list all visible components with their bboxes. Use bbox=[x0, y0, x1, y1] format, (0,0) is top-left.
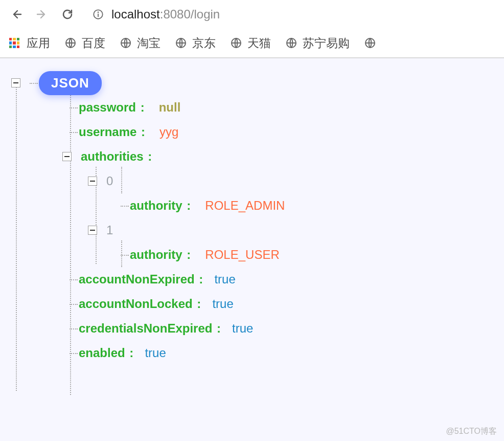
tree-connector bbox=[117, 193, 130, 218]
tree-connector bbox=[65, 95, 79, 120]
svg-rect-2 bbox=[98, 14, 99, 17]
tree-connector bbox=[65, 120, 79, 144]
arrow-left-icon bbox=[10, 8, 22, 20]
bookmark-taobao[interactable]: 淘宝 bbox=[120, 35, 161, 51]
globe-icon bbox=[285, 37, 297, 49]
tree-row-acc-non-locked: accountNonLocked : true bbox=[11, 292, 504, 316]
tree-root-row: JSON bbox=[11, 71, 504, 95]
json-key: password bbox=[79, 100, 136, 115]
json-value-string: ROLE_USER bbox=[193, 248, 279, 262]
json-value-bool: true bbox=[205, 272, 235, 286]
bookmark-tmall[interactable]: 天猫 bbox=[230, 35, 271, 51]
url-text: localhost:8080/login bbox=[111, 7, 220, 21]
collapse-toggle[interactable] bbox=[11, 78, 20, 87]
tree-connector bbox=[65, 341, 79, 365]
tree-connector bbox=[117, 242, 130, 267]
apps-label: 应用 bbox=[27, 35, 50, 51]
tree-row-auth-1-authority: authority : ROLE_USER bbox=[11, 242, 504, 267]
bookmark-jd[interactable]: 京东 bbox=[175, 35, 216, 51]
bookmark-more[interactable] bbox=[364, 37, 376, 49]
json-key: authority bbox=[130, 248, 182, 262]
tree-row-auth-1: 1 bbox=[11, 218, 504, 242]
address-bar-row: localhost:8080/login bbox=[0, 0, 504, 29]
address-area[interactable]: localhost:8080/login bbox=[83, 7, 220, 21]
svg-point-1 bbox=[98, 12, 99, 13]
collapse-toggle[interactable] bbox=[88, 177, 97, 186]
browser-chrome: localhost:8080/login 应用 百度 淘宝 京东 天猫 苏宁易购 bbox=[0, 0, 504, 58]
tree-row-enabled: enabled : true bbox=[11, 341, 504, 365]
bookmarks-bar: 应用 百度 淘宝 京东 天猫 苏宁易购 bbox=[0, 29, 504, 57]
tree-connector bbox=[65, 292, 79, 316]
globe-icon bbox=[175, 37, 187, 49]
reload-button[interactable] bbox=[57, 4, 78, 25]
json-value-bool: true bbox=[223, 321, 253, 336]
collapse-toggle[interactable] bbox=[62, 152, 72, 161]
tree-row-auth-0: 0 bbox=[11, 169, 504, 193]
reload-icon bbox=[61, 8, 74, 20]
watermark: @51CTO博客 bbox=[446, 426, 497, 437]
site-info-icon[interactable] bbox=[92, 8, 104, 20]
back-button[interactable] bbox=[6, 4, 27, 25]
forward-button[interactable] bbox=[32, 4, 52, 25]
json-value-string: ROLE_ADMIN bbox=[193, 199, 285, 213]
apps-grid-icon bbox=[9, 38, 19, 48]
bookmark-baidu[interactable]: 百度 bbox=[64, 35, 105, 51]
tree-row-authorities: authorities : bbox=[11, 144, 504, 169]
json-value-bool: true bbox=[135, 346, 166, 360]
tree-row-username: username : yyg bbox=[11, 120, 504, 144]
tree-row-acc-non-expired: accountNonExpired : true bbox=[11, 267, 504, 292]
tree-connector bbox=[65, 267, 79, 292]
globe-icon bbox=[230, 37, 242, 49]
tree-row-cred-non-expired: credentialsNonExpired : true bbox=[11, 316, 504, 341]
json-value-bool: true bbox=[203, 297, 233, 311]
tree-connector bbox=[65, 316, 79, 341]
json-key: enabled bbox=[79, 346, 125, 360]
bookmark-suning[interactable]: 苏宁易购 bbox=[285, 35, 350, 51]
json-key: accountNonLocked bbox=[79, 297, 193, 311]
tree-row-auth-0-authority: authority : ROLE_ADMIN bbox=[11, 193, 504, 218]
globe-icon bbox=[64, 37, 77, 49]
json-array-index: 1 bbox=[106, 223, 113, 237]
globe-icon bbox=[364, 37, 376, 49]
tree-row-password: password : null bbox=[11, 95, 504, 120]
tree-connector bbox=[26, 71, 39, 95]
arrow-right-icon bbox=[36, 8, 48, 20]
json-key: authority bbox=[130, 199, 182, 213]
json-viewer: JSON password : null username : yyg auth… bbox=[0, 58, 504, 365]
json-key: credentialsNonExpired bbox=[79, 321, 212, 336]
collapse-toggle[interactable] bbox=[88, 226, 97, 235]
json-array-index: 0 bbox=[106, 174, 113, 188]
json-key: username bbox=[79, 125, 136, 139]
json-key: accountNonExpired bbox=[79, 272, 195, 286]
json-value-string: yyg bbox=[147, 125, 178, 139]
json-value-null: null bbox=[147, 100, 181, 115]
globe-icon bbox=[120, 37, 132, 49]
json-key: authorities bbox=[81, 149, 144, 164]
apps-button[interactable]: 应用 bbox=[9, 35, 50, 51]
json-root-badge: JSON bbox=[39, 71, 102, 95]
